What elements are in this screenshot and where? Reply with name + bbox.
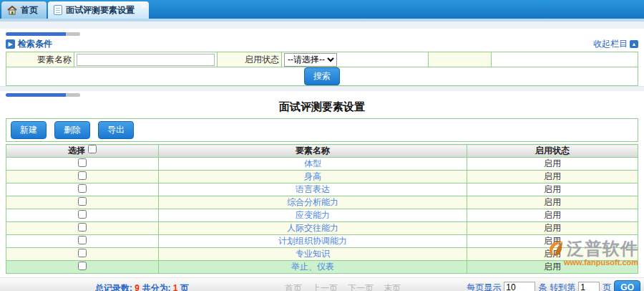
header-select: 选择: [6, 145, 159, 158]
status-value: 启用: [467, 196, 638, 209]
search-button-row: 搜索: [6, 67, 638, 86]
section-progress-bar: [6, 32, 80, 36]
table-header-row: 选择 要素名称 启用状态: [6, 145, 638, 158]
elements-table: 选择 要素名称 启用状态 体型 启用 身高 启用 语言表达 启用 综合分析能力 …: [6, 144, 638, 274]
pagination-bar: 总记录数: 9 共分为: 1 页 首页 上一页 下一页 末页 每页显示 条 转到…: [0, 277, 644, 291]
per-page-input[interactable]: [504, 282, 535, 291]
element-name-cell: [74, 52, 218, 67]
enable-status-label: 启用状态: [218, 52, 282, 67]
page-size-controls: 每页显示 条 转到第 页 GO: [467, 280, 640, 291]
delete-button[interactable]: 删除: [54, 121, 90, 139]
empty-label-cell: [429, 52, 492, 67]
export-button[interactable]: 导出: [98, 121, 134, 139]
tab-close-icon[interactable]: ×: [142, 2, 146, 10]
table-row: 举止、仪表 启用: [6, 261, 638, 274]
pagination-links: 首页 上一页 下一页 末页: [285, 282, 401, 291]
collapse-panel-link[interactable]: 收起栏目 ▲: [593, 38, 638, 50]
status-value: 启用: [467, 222, 638, 235]
home-icon: [7, 6, 17, 15]
table-row: 人际交往能力 启用: [6, 222, 638, 235]
enable-status-select[interactable]: --请选择--: [284, 53, 337, 67]
status-value: 启用: [467, 158, 638, 171]
page-title: 面试评测要素设置: [6, 99, 638, 115]
select-all-checkbox[interactable]: [88, 145, 97, 153]
element-link[interactable]: 体型: [304, 158, 321, 168]
element-link[interactable]: 身高: [304, 171, 321, 181]
element-link[interactable]: 专业知识: [296, 249, 330, 259]
element-link[interactable]: 举止、仪表: [291, 262, 334, 272]
element-link[interactable]: 语言表达: [296, 184, 330, 194]
go-button[interactable]: GO: [614, 280, 640, 291]
enable-status-cell: --请选择--: [282, 52, 429, 67]
status-value: 启用: [467, 171, 638, 183]
row-checkbox[interactable]: [78, 210, 87, 219]
footer-wrap: 总记录数: 9 共分为: 1 页 首页 上一页 下一页 末页 每页显示 条 转到…: [0, 274, 644, 291]
row-checkbox[interactable]: [78, 171, 87, 180]
next-page-link[interactable]: 下一页: [348, 282, 374, 291]
page-count: 1: [173, 283, 178, 291]
empty-field-cell: [492, 52, 638, 67]
table-row: 综合分析能力 启用: [6, 196, 638, 209]
element-link[interactable]: 人际交往能力: [287, 223, 338, 233]
table-row: 专业知识 启用: [6, 248, 638, 261]
record-summary: 总记录数: 9 共分为: 1 页: [95, 282, 189, 291]
toolbar: 新建 删除 导出: [6, 118, 638, 142]
header-name: 要素名称: [158, 145, 467, 158]
spacer-band-2: [0, 86, 644, 91]
element-link[interactable]: 计划组织协调能力: [278, 236, 347, 246]
collapse-icon: ▲: [630, 40, 638, 48]
new-button[interactable]: 新建: [11, 121, 47, 139]
row-checkbox[interactable]: [78, 236, 87, 244]
search-form: 要素名称 启用状态 --请选择-- 搜索: [6, 52, 638, 86]
status-value: 启用: [467, 209, 638, 222]
row-checkbox[interactable]: [78, 197, 87, 206]
table-row: 体型 启用: [6, 158, 638, 171]
section-arrow-icon[interactable]: ▶: [6, 39, 15, 49]
spacer-band: [0, 22, 644, 29]
row-checkbox[interactable]: [78, 262, 87, 270]
search-button[interactable]: 搜索: [304, 67, 340, 85]
document-icon: [54, 5, 62, 15]
status-value: 启用: [467, 235, 638, 248]
header-status: 启用状态: [467, 145, 638, 158]
tab-bar: 首页 面试评测要素设置 ×: [0, 0, 644, 19]
search-section-title: 检索条件: [18, 38, 52, 50]
prev-page-link[interactable]: 上一页: [312, 282, 338, 291]
row-checkbox[interactable]: [78, 158, 87, 167]
element-link[interactable]: 应变能力: [296, 210, 330, 220]
table-row: 身高 启用: [6, 171, 638, 183]
tab-home[interactable]: 首页: [1, 1, 47, 19]
main-section: 面试评测要素设置 新建 删除 导出 选择 要素名称 启用状态 体型 启用 身高 …: [0, 91, 644, 274]
row-checkbox[interactable]: [78, 184, 87, 193]
status-value: 启用: [467, 248, 638, 261]
row-checkbox[interactable]: [78, 249, 87, 257]
first-page-link[interactable]: 首页: [285, 282, 302, 291]
tab-interview-settings[interactable]: 面试评测要素设置 ×: [48, 1, 149, 19]
status-value: 启用: [467, 261, 638, 274]
status-value: 启用: [467, 183, 638, 196]
tab-current-label: 面试评测要素设置: [66, 4, 135, 16]
table-row: 应变能力 启用: [6, 209, 638, 222]
collapse-label: 收起栏目: [593, 38, 628, 50]
element-link[interactable]: 综合分析能力: [287, 197, 338, 207]
element-name-input[interactable]: [77, 54, 215, 66]
table-row: 计划组织协调能力 启用: [6, 235, 638, 248]
table-row: 语言表达 启用: [6, 183, 638, 196]
tab-home-label: 首页: [21, 4, 38, 16]
row-checkbox[interactable]: [78, 223, 87, 232]
goto-page-input[interactable]: [578, 282, 600, 291]
search-panel: ▶ 检索条件 收起栏目 ▲ 要素名称 启用状态 --请选择-- 搜索: [0, 29, 644, 86]
last-page-link[interactable]: 末页: [384, 282, 401, 291]
total-count: 9: [135, 283, 140, 291]
section-progress-bar-2: [6, 93, 80, 97]
element-name-label: 要素名称: [6, 52, 74, 67]
